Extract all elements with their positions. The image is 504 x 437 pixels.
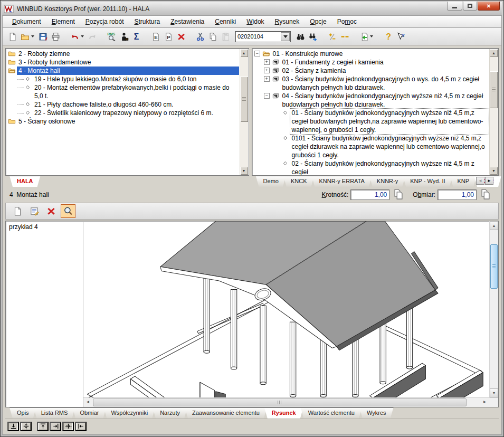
import-document-button[interactable] xyxy=(357,30,370,43)
estimate-tree-item[interactable]: 5 - Ściany osłonowe xyxy=(7,117,239,126)
menu-zestawienia[interactable]: Zestawienia xyxy=(165,17,210,26)
estimate-tree-item[interactable]: 2 - Roboty ziemne xyxy=(7,50,239,58)
scroll-thumb[interactable] xyxy=(490,244,498,289)
view-tab-lista-rms[interactable]: Lista RMS xyxy=(34,407,75,419)
scroll-left-button[interactable]: ◄ xyxy=(83,398,92,407)
sum-button[interactable]: Σ xyxy=(130,30,143,43)
split-middle-horizontal-button[interactable] xyxy=(20,422,32,431)
estimate-tab-hala[interactable]: HALA xyxy=(9,176,41,187)
catalog-tree-item[interactable]: 0101 - Ściany budynków jednokondygnacyjn… xyxy=(253,134,489,159)
catalog-code-combo[interactable]: 02020104 xyxy=(235,31,291,42)
scroll-up-button[interactable]: ▲ xyxy=(240,49,248,57)
view-tab-wykres[interactable]: Wykres xyxy=(359,407,394,419)
catalog-tree-item[interactable]: −01 - Konstrukcje murowe xyxy=(253,50,489,58)
split-bottom-button[interactable] xyxy=(7,422,19,431)
import-document-button-dropdown[interactable] xyxy=(370,35,373,37)
menu-opcje[interactable]: Opcje xyxy=(305,17,331,26)
menu-dokument[interactable]: Dokument xyxy=(7,17,46,26)
canvas-horizontal-scrollbar[interactable]: ◄ ► xyxy=(83,397,498,407)
scroll-down-button[interactable]: ▼ xyxy=(490,167,498,175)
cut-button[interactable] xyxy=(194,30,206,43)
catalog-tree-item[interactable]: −04 - Ściany budynków jednokondygnacyjny… xyxy=(253,92,489,109)
menu-widok[interactable]: Widok xyxy=(241,17,269,26)
scroll-thumb[interactable] xyxy=(93,398,467,406)
estimate-tree-item[interactable]: 22 - Świetlik kalenicowy trapezowy niety… xyxy=(7,109,239,117)
scroll-up-button[interactable]: ▲ xyxy=(490,49,498,57)
scroll-up-button[interactable]: ▲ xyxy=(490,221,498,230)
save-document-button[interactable] xyxy=(36,30,49,43)
catalog-tree-item[interactable]: 02 - Ściany budynków jednokondygnacyjnyc… xyxy=(253,159,489,176)
catalog-tab-knnr-y[interactable]: KNNR-y xyxy=(369,176,405,187)
view-tab-opis[interactable]: Opis xyxy=(9,407,36,419)
catalog-tree-item[interactable]: +01 - Fundamenty z cegieł i kamienia xyxy=(253,58,489,66)
undo-button-dropdown[interactable] xyxy=(81,35,84,37)
element-button[interactable]: E xyxy=(149,30,162,43)
split-right-button[interactable] xyxy=(50,422,61,431)
maximize-button[interactable] xyxy=(463,2,477,11)
scroll-down-button[interactable]: ▼ xyxy=(490,388,498,397)
menu-struktura[interactable]: Struktura xyxy=(129,17,165,26)
split-middle-vertical-button[interactable] xyxy=(62,422,74,431)
zoom-drawing-button[interactable] xyxy=(61,204,75,218)
estimate-tree-item[interactable]: 20 - Montaż elementów prefabrykowanych,b… xyxy=(7,83,239,100)
tabs-scroll-left-button[interactable]: ◄ xyxy=(476,177,484,185)
delete-drawing-button[interactable] xyxy=(44,204,59,218)
catalog-tree-item[interactable]: +02 - Ściany z kamienia xyxy=(253,66,489,75)
catalog-tree-item[interactable]: 01 - Ściany budynków jednokondygnacyjnyc… xyxy=(253,109,489,134)
canvas-vertical-scrollbar[interactable]: ▲ ▼ xyxy=(489,221,498,397)
new-document-button[interactable] xyxy=(6,30,18,43)
dashes-button[interactable] xyxy=(338,30,351,43)
estimate-tree-item[interactable]: 3 - Roboty fundamentowe xyxy=(7,58,239,66)
print-button[interactable] xyxy=(49,30,62,43)
split-top-button[interactable] xyxy=(37,422,49,431)
close-button[interactable]: ✕ xyxy=(478,2,500,11)
catalog-tab-knck[interactable]: KNCK xyxy=(283,176,315,187)
labor-button[interactable] xyxy=(118,30,130,43)
catalog-tab-knnr-y-errata[interactable]: KNNR-y ERRATA xyxy=(311,176,372,187)
menu-cenniki[interactable]: Cenniki xyxy=(210,17,241,26)
title-bar[interactable]: WINBUD Kosztorys Prof (wer. 2011.10) - H… xyxy=(2,2,502,15)
new-drawing-button[interactable] xyxy=(10,204,25,218)
catalog-tab-knp-wyd-ii[interactable]: KNP - Wyd. II xyxy=(403,176,452,187)
catalog-code-value[interactable]: 02020104 xyxy=(235,33,281,40)
estimate-tree-item[interactable]: 4 - Montaż hali xyxy=(7,66,239,75)
split-left-button[interactable] xyxy=(75,422,87,431)
scroll-thumb[interactable] xyxy=(490,71,498,108)
scroll-down-button[interactable]: ▼ xyxy=(240,167,248,175)
catalog-tab-knp[interactable]: KNP xyxy=(450,176,477,187)
menu-element[interactable]: Element xyxy=(46,17,80,26)
find-button[interactable] xyxy=(294,30,307,43)
catalog-tree-item[interactable]: +03 - Ściany budynków jednokondygnacyjny… xyxy=(253,75,489,92)
position-button[interactable]: P xyxy=(162,30,175,43)
drawing-properties-button[interactable] xyxy=(27,204,42,218)
catalog-tree-scrollbar[interactable]: ▲ ▼ xyxy=(489,49,498,175)
collapse-icon[interactable]: − xyxy=(264,93,270,99)
menu-rysunek[interactable]: Rysunek xyxy=(270,17,305,26)
catalog-tab-demo[interactable]: Demo xyxy=(256,176,286,187)
open-document-button[interactable] xyxy=(18,30,31,43)
rms-search-button[interactable]: RMS xyxy=(105,30,118,43)
menu-pomoc[interactable]: Pomoc xyxy=(332,17,362,26)
drawing-list-item[interactable]: przykład 4 xyxy=(9,223,80,231)
view-tab-rysunek[interactable]: Rysunek xyxy=(264,407,303,419)
multiplier-copy-button[interactable] xyxy=(392,188,405,201)
plus-minus-button[interactable] xyxy=(326,30,338,43)
view-tab-wsp-czynniki[interactable]: Współczynniki xyxy=(103,407,155,419)
scroll-thumb[interactable] xyxy=(240,77,248,122)
measure-input[interactable] xyxy=(438,189,477,200)
expand-icon[interactable]: + xyxy=(264,68,270,73)
help-button[interactable]: ? xyxy=(382,30,394,43)
estimate-tree-item[interactable]: 19 - Hale typu lekkiego.Montaż słupów o … xyxy=(7,75,239,83)
collapse-icon[interactable]: − xyxy=(254,51,260,56)
scroll-right-button[interactable]: ► xyxy=(480,398,489,407)
estimate-tree-item[interactable]: 21 - Płyty dachowe faliste,o długości 46… xyxy=(7,100,239,109)
context-help-button[interactable]: ? xyxy=(394,30,407,43)
delete-button[interactable] xyxy=(175,30,187,43)
expand-icon[interactable]: + xyxy=(264,76,270,82)
minimize-button[interactable] xyxy=(447,2,462,11)
measure-copy-button[interactable] xyxy=(479,188,492,201)
view-tab-warto-elementu[interactable]: Wartość elementu xyxy=(301,407,362,419)
multiplier-input[interactable] xyxy=(350,189,389,200)
combo-dropdown-button[interactable] xyxy=(281,32,290,41)
estimate-tree-scrollbar[interactable]: ▲ ▼ xyxy=(240,49,248,175)
